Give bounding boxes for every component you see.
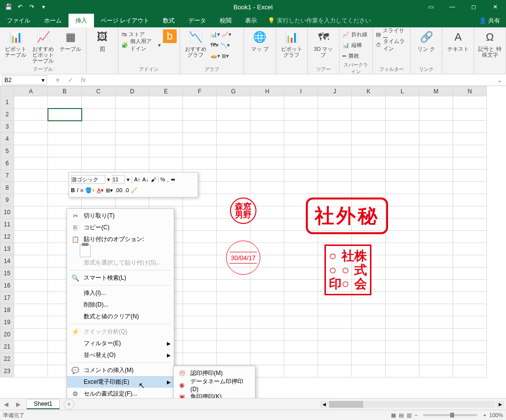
col-header-A[interactable]: A [14,87,48,96]
cell-F17[interactable] [183,292,217,304]
cell-A2[interactable] [14,109,48,121]
cell-H3[interactable] [251,121,284,133]
cell-A22[interactable] [14,353,48,365]
worksheet-area[interactable]: ABCDEFGHIJKLMN12345678910111213141516171… [0,86,506,398]
cell-I8[interactable] [284,182,318,194]
cell-H11[interactable] [251,219,284,231]
cell-I21[interactable] [284,341,318,353]
col-header-D[interactable]: D [115,87,149,96]
cell-H18[interactable] [251,304,284,316]
cell-F5[interactable] [183,145,217,157]
cell-M21[interactable] [419,341,453,353]
minimize-icon[interactable]: — [441,0,463,14]
enter-formula-icon[interactable]: ✓ [67,77,74,84]
cell-N6[interactable] [453,157,487,170]
cell-L9[interactable] [386,194,419,206]
cell-L14[interactable] [386,255,419,267]
maps-button[interactable]: 🌐マッ プ [247,29,273,52]
cell-C4[interactable] [82,133,115,145]
cell-D6[interactable] [115,157,149,170]
cell-N22[interactable] [453,353,487,365]
cell-A4[interactable] [14,133,48,145]
cell-A3[interactable] [14,121,48,133]
cell-L6[interactable] [386,157,419,170]
cell-D1[interactable] [115,96,149,109]
horizontal-scrollbar[interactable]: ◀ ▶ [320,401,506,408]
cell-J2[interactable] [318,109,352,121]
pivot-chart-button[interactable]: 📊ピボットグラフ [279,29,304,58]
row-header-16[interactable]: 16 [0,280,14,292]
border-icon[interactable]: ⊞▾ [106,187,113,194]
ctx-cut[interactable]: ✂切り取り(T) [67,210,174,221]
cell-B4[interactable] [48,133,82,145]
ribbon-tab-ページ レイアウト[interactable]: ページ レイアウト [94,14,156,27]
select-all-cell[interactable] [0,87,14,96]
cell-M2[interactable] [419,109,453,121]
cell-N4[interactable] [453,133,487,145]
cell-L19[interactable] [386,316,419,329]
ctx-smart-lookup[interactable]: 🔍スマート検索(L) [67,272,174,284]
cell-A1[interactable] [14,96,48,109]
cell-F4[interactable] [183,133,217,145]
row-header-9[interactable]: 9 [0,194,14,206]
ctx-sort[interactable]: 並べ替え(O)▶ [67,349,174,361]
cell-N12[interactable] [453,231,487,243]
cell-J1[interactable] [318,96,352,109]
cell-I19[interactable] [284,316,318,329]
cell-F12[interactable] [183,231,217,243]
cell-N23[interactable] [453,365,487,377]
cell-I1[interactable] [284,96,318,109]
cell-C1[interactable] [82,96,115,109]
cell-K22[interactable] [352,353,386,365]
row-header-1[interactable]: 1 [0,96,14,109]
cell-H9[interactable] [251,194,284,206]
cell-B6[interactable] [48,157,82,170]
new-sheet-button[interactable]: + [64,399,74,410]
view-pagelayout-icon[interactable]: ▤ [399,412,404,419]
cell-B1[interactable] [48,96,82,109]
ctx-insert-comment[interactable]: 💬コメントの挿入(M) [67,364,174,376]
zoom-slider[interactable] [423,414,477,416]
cell-A7[interactable] [14,170,48,182]
cell-B2[interactable] [48,109,82,121]
decrease-decimal-icon[interactable]: .0 [124,187,129,193]
row-header-18[interactable]: 18 [0,304,14,316]
font-family-input[interactable] [71,175,105,184]
cell-F13[interactable] [183,243,217,255]
cell-K19[interactable] [352,316,386,329]
row-header-12[interactable]: 12 [0,231,14,243]
cell-M6[interactable] [419,157,453,170]
cell-L5[interactable] [386,145,419,157]
cell-N8[interactable] [453,182,487,194]
row-header-13[interactable]: 13 [0,243,14,255]
cell-N1[interactable] [453,96,487,109]
cell-C3[interactable] [82,121,115,133]
cell-N13[interactable] [453,243,487,255]
cell-F18[interactable] [183,304,217,316]
font-size-input[interactable] [112,175,125,184]
ribbon-tab-ファイル[interactable]: ファイル [0,14,37,27]
cell-J18[interactable] [318,304,352,316]
sub-kakuin[interactable]: ▣角印押印(K) [174,391,255,398]
cell-I23[interactable] [284,365,318,377]
col-header-B[interactable]: B [48,87,82,96]
chart-type-3[interactable]: 🥧▾ ⊞▾ [210,51,241,61]
view-pagebreak-icon[interactable]: ▥ [407,412,412,419]
cell-L12[interactable] [386,231,419,243]
cell-A6[interactable] [14,157,48,170]
recommended-pivot-button[interactable]: 📈おすすめ ピボットテーブル [30,29,56,64]
cell-F10[interactable] [183,206,217,219]
ribbon-tab-表示[interactable]: 表示 [238,14,264,27]
cell-N2[interactable] [453,109,487,121]
cell-K5[interactable] [352,145,386,157]
cell-N14[interactable] [453,255,487,267]
cell-L18[interactable] [386,304,419,316]
cell-G4[interactable] [217,133,251,145]
cell-M3[interactable] [419,121,453,133]
cell-J4[interactable] [318,133,352,145]
cell-K3[interactable] [352,121,386,133]
stamp-date-seal[interactable]: 30/04/17 [226,241,260,275]
merge-icon[interactable]: ⬌ [171,177,175,183]
cell-J7[interactable] [318,170,352,182]
col-header-F[interactable]: F [183,87,217,96]
